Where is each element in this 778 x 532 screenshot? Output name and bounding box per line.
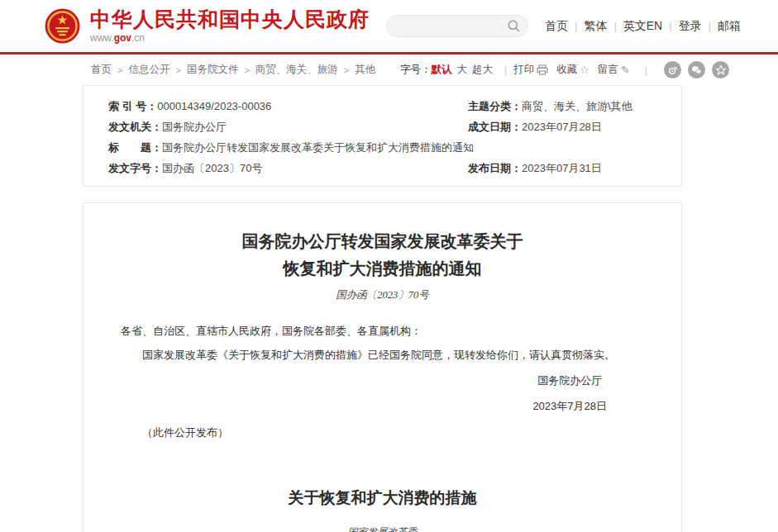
publish-date-value: 2023年07月31日 — [522, 158, 602, 178]
nav-separator: | — [575, 20, 577, 32]
sign-date: 2023年7月28日 — [532, 393, 607, 419]
nav-english[interactable]: 英文EN — [623, 19, 662, 34]
metadata-row: 标 题： 国务院办公厅转发国家发展改革委关于恢复和扩大消费措施的通知 — [108, 137, 681, 158]
fontsize-default-button[interactable]: 默认 — [431, 63, 451, 77]
page-toolbar: 字号： 默认 大 超大 | 打印 收藏 ☆ 留言 ✎ | — [400, 61, 729, 78]
qzone-share-icon[interactable] — [712, 61, 729, 78]
breadcrumb-separator: > — [175, 65, 180, 75]
topic-category-label: 主题分类： — [468, 96, 522, 116]
signature-block: 国务院办公厅 2023年7月28日 — [532, 368, 607, 419]
doc-number-value: 国办函〔2023〕70号 — [162, 158, 262, 178]
written-date-label: 成文日期： — [468, 116, 522, 137]
search-box[interactable] — [386, 15, 528, 37]
document-content-box: 国务院办公厅转发国家发展改革委关于 恢复和扩大消费措施的通知 国办函〔2023〕… — [83, 202, 682, 532]
top-nav: 首页 | 繁体 | 英文EN | 登录 | 邮箱 — [545, 19, 741, 34]
favorite-label: 收藏 — [556, 63, 577, 77]
index-number-value: 000014349/2023-00036 — [157, 96, 271, 116]
document-body: 各省、自治区、直辖市人民政府，国务院各部委、各直属机构： 国家发展改革委《关于恢… — [121, 319, 644, 532]
toolbar-separator: | — [504, 64, 507, 76]
nav-home[interactable]: 首页 — [545, 19, 568, 34]
site-url: www.gov.cn — [90, 32, 370, 44]
wechat-share-icon[interactable] — [688, 61, 705, 78]
search-input[interactable] — [397, 16, 504, 36]
print-label: 打印 — [513, 63, 534, 77]
document-title-line2: 恢复和扩大消费措施的通知 — [121, 255, 644, 283]
issuing-agency-value: 国务院办公厅 — [162, 116, 227, 137]
fontsize-large-button[interactable]: 大 — [456, 63, 467, 77]
paragraph: 国家发展改革委《关于恢复和扩大消费的措施》已经国务院同意，现转发给你们，请认真贯… — [121, 343, 644, 367]
document-metadata-box: 索 引 号： 000014349/2023-00036 主题分类： 商贸、海关、… — [83, 85, 682, 187]
public-release-note: （此件公开发布） — [121, 420, 644, 444]
doc-number-label: 发文字号： — [108, 158, 162, 178]
national-emblem-icon — [45, 8, 80, 44]
doc-title-label: 标 题： — [108, 137, 162, 158]
comment-label: 留言 — [598, 63, 618, 77]
toolbar-separator: | — [645, 64, 647, 76]
breadcrumb-state-council-docs[interactable]: 国务院文件 — [187, 63, 239, 77]
search-icon[interactable] — [508, 20, 520, 32]
printer-icon — [537, 64, 548, 75]
doc-title-value: 国务院办公厅转发国家发展改革委关于恢复和扩大消费措施的通知 — [162, 137, 474, 158]
document-title-line1: 国务院办公厅转发国家发展改革委关于 — [121, 228, 644, 255]
issuing-agency-label: 发文机关： — [108, 116, 162, 137]
breadcrumb-other[interactable]: 其他 — [355, 63, 375, 77]
publish-date-label: 发布日期： — [468, 158, 522, 178]
site-brand[interactable]: 中华人民共和国中央人民政府 www.gov.cn — [90, 8, 370, 45]
document-title: 国务院办公厅转发国家发展改革委关于 恢复和扩大消费措施的通知 — [121, 228, 644, 283]
fontsize-label: 字号： — [400, 63, 432, 77]
site-title: 中华人民共和国中央人民政府 — [90, 8, 370, 31]
breadcrumb-separator: > — [117, 65, 122, 75]
attachment-title: 关于恢复和扩大消费的措施 — [121, 481, 644, 516]
favorite-button[interactable]: 收藏 ☆ — [556, 63, 589, 77]
nav-mail[interactable]: 邮箱 — [718, 19, 741, 34]
breadcrumb: 首页 > 信息公开 > 国务院文件 > 商贸、海关、旅游 > 其他 — [91, 63, 375, 77]
document-number: 国办函〔2023〕70号 — [121, 288, 644, 302]
share-buttons — [657, 61, 729, 78]
metadata-row: 索 引 号： 000014349/2023-00036 主题分类： 商贸、海关、… — [108, 96, 681, 116]
breadcrumb-home[interactable]: 首页 — [91, 63, 112, 77]
nav-traditional[interactable]: 繁体 — [584, 19, 607, 34]
breadcrumb-separator: > — [344, 65, 349, 75]
index-number-label: 索 引 号： — [108, 96, 157, 116]
breadcrumb-info-disclosure[interactable]: 信息公开 — [128, 63, 169, 77]
weibo-share-icon[interactable] — [664, 61, 681, 78]
star-icon: ☆ — [580, 64, 589, 76]
nav-separator: | — [709, 20, 711, 32]
site-header: 中华人民共和国中央人民政府 www.gov.cn 首页 | 繁体 | 英文EN … — [0, 0, 778, 52]
breadcrumb-commerce-customs-tourism[interactable]: 商贸、海关、旅游 — [255, 63, 338, 77]
topic-category-value: 商贸、海关、旅游\其他 — [522, 96, 632, 116]
print-button[interactable]: 打印 — [513, 63, 548, 77]
metadata-row: 发文机关： 国务院办公厅 成文日期： 2023年07月28日 — [108, 116, 681, 137]
nav-login[interactable]: 登录 — [679, 19, 702, 34]
metadata-row: 发文字号： 国办函〔2023〕70号 发布日期： 2023年07月31日 — [108, 158, 681, 178]
breadcrumb-separator: > — [244, 65, 249, 75]
written-date-value: 2023年07月28日 — [522, 116, 602, 137]
nav-separator: | — [669, 20, 671, 32]
breadcrumb-toolbar-row: 首页 > 信息公开 > 国务院文件 > 商贸、海关、旅游 > 其他 字号： 默认… — [91, 55, 729, 85]
fontsize-xlarge-button[interactable]: 超大 — [472, 63, 493, 77]
nav-separator: | — [613, 20, 616, 32]
attachment-author: 国家发展改革委 — [121, 521, 644, 532]
salutation: 各省、自治区、直辖市人民政府，国务院各部委、各直属机构： — [121, 319, 644, 343]
signer: 国务院办公厅 — [532, 368, 607, 393]
comment-button[interactable]: 留言 ✎ — [598, 63, 630, 77]
pencil-icon: ✎ — [621, 64, 630, 76]
